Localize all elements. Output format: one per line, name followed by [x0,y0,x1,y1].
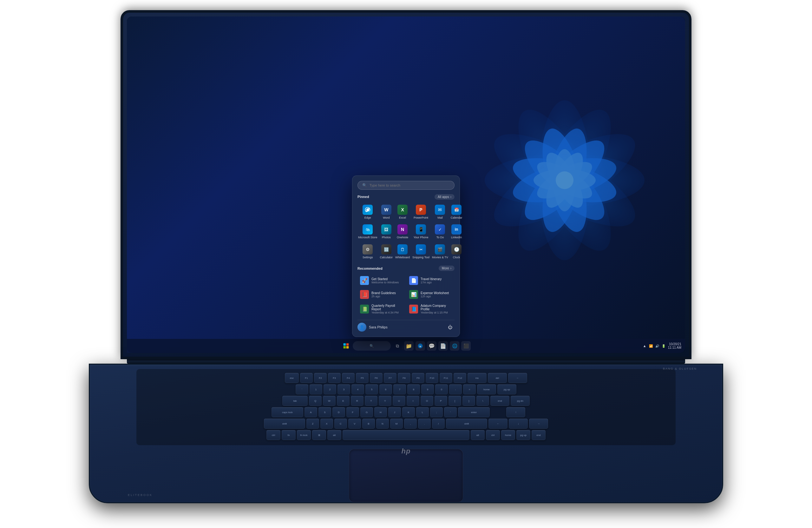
key-up[interactable]: ↑ [506,407,525,417]
key-a[interactable]: A [304,407,317,417]
rec-expense[interactable]: 📊 Expense Worksheet 12h ago [407,288,454,301]
taskbar-notifications[interactable]: ▲ [643,344,647,348]
app-yourphone[interactable]: 📱 Your Phone [412,223,430,241]
app-photos[interactable]: 🖼 Photos [379,223,394,241]
app-todo[interactable]: ✓ To Do [431,223,449,241]
app-store[interactable]: 🛍 Microsoft Store [358,223,378,241]
key-pgdn[interactable]: pg dn [511,396,530,406]
key-space[interactable] [343,430,469,440]
rec-payroll[interactable]: 📗 Quarterly Payroll Report Yesterday at … [358,302,405,316]
key-home-b[interactable]: home [501,430,515,440]
taskbar-search[interactable]: 🔍 [353,341,391,351]
key-b[interactable]: B [362,418,375,429]
key-down[interactable]: ↓ [509,418,528,429]
key-y[interactable]: Y [379,396,391,406]
app-settings[interactable]: ⚙ Settings [358,242,378,261]
taskbar-taskview[interactable]: ⧉ [393,341,402,351]
key-6[interactable]: 6 [379,384,392,395]
key-u[interactable]: U [393,396,405,406]
key-semicolon[interactable]: ; [430,407,443,417]
key-left[interactable]: ← [489,418,508,429]
key-f10[interactable]: F10 [426,373,438,383]
rec-adatum[interactable]: 📘 Adatum Company Profile Yesterday at 1:… [407,302,454,316]
key-backtick[interactable]: ` [295,384,308,395]
key-i[interactable]: I [407,396,419,406]
key-shift-r[interactable]: shift [446,418,487,429]
app-word[interactable]: W Word [379,203,394,222]
app-movies[interactable]: 🎬 Movies & TV [431,242,449,261]
key-f2[interactable]: F2 [314,373,327,383]
key-s[interactable]: S [318,407,331,417]
app-snipping[interactable]: ✂ Snipping Tool [412,242,430,261]
key-d[interactable]: D [332,407,345,417]
key-enter[interactable]: enter [458,407,490,417]
key-4[interactable]: 4 [351,384,364,395]
key-f9[interactable]: F9 [412,373,424,383]
key-f4[interactable]: F4 [342,373,354,383]
app-mail[interactable]: ✉ Mail [431,203,449,222]
taskbar-battery[interactable]: 🔋 [662,344,665,348]
key-esc[interactable]: esc [285,373,299,383]
key-minus[interactable]: - [449,384,462,395]
key-j[interactable]: J [388,407,401,417]
taskbar-terminal[interactable]: ⬛ [461,341,471,351]
key-f5[interactable]: F5 [356,373,368,383]
taskbar-edge[interactable] [416,341,425,351]
app-excel[interactable]: X Excel [395,203,410,222]
taskbar-explorer[interactable]: 📁 [404,341,414,351]
user-info[interactable]: 👤 Sara Philips [358,323,388,332]
taskbar-file[interactable]: 📄 [438,341,448,351]
key-alt-r[interactable]: alt [471,430,485,440]
rec-brand-guidelines[interactable]: 📕 Brand Guidelines 2h ago [358,288,405,301]
app-clock[interactable]: 🕐 Clock [450,242,463,261]
taskbar-start[interactable] [341,341,351,351]
key-z[interactable]: Z [306,418,319,429]
key-end-b[interactable]: end [532,430,546,440]
key-shift-l[interactable]: shift [264,418,305,429]
key-r[interactable]: R [351,396,363,406]
key-pgup[interactable]: pg up [497,384,517,395]
app-calendar[interactable]: 📅 Calendar [450,203,463,222]
key-f3[interactable]: F3 [328,373,340,383]
key-f7[interactable]: F7 [384,373,396,383]
key-f8[interactable]: F8 [398,373,410,383]
key-ins[interactable]: ins [467,373,487,383]
taskbar-volume[interactable]: 🔊 [655,344,659,348]
search-input[interactable] [369,183,450,187]
app-calculator[interactable]: 🔢 Calculator [379,242,394,261]
key-h[interactable]: H [374,407,387,417]
key-m[interactable]: M [390,418,403,429]
key-0[interactable]: 0 [435,384,448,395]
key-e[interactable]: E [337,396,350,406]
key-1[interactable]: 1 [309,384,322,395]
search-bar[interactable]: 🔍 [358,181,454,190]
key-rbracket[interactable]: ] [462,396,475,406]
taskbar-wifi[interactable]: 📶 [649,344,653,348]
key-o[interactable]: O [421,396,433,406]
key-lbracket[interactable]: [ [449,396,461,406]
key-equals[interactable]: = [463,384,476,395]
key-x[interactable]: X [320,418,333,429]
key-backspace[interactable]: ← [508,373,527,383]
rec-travel-itinerary[interactable]: 📄 Travel Itinerary 17m ago [407,274,454,287]
key-t[interactable]: T [365,396,377,406]
key-k[interactable]: K [402,407,415,417]
app-powerpoint[interactable]: P PowerPoint [412,203,430,222]
key-slash[interactable]: / [432,418,445,429]
key-fnlock[interactable]: fn lock [297,430,311,440]
key-backslash[interactable]: \ [476,396,489,406]
key-comma[interactable]: , [404,418,417,429]
app-onenote[interactable]: N OneNote [395,223,410,241]
key-5[interactable]: 5 [365,384,378,395]
key-home[interactable]: home [477,384,496,395]
key-w[interactable]: W [323,396,336,406]
key-f12[interactable]: F12 [453,373,466,383]
taskbar-clock[interactable]: 10/20/21 11:11 AM [668,342,681,349]
key-c[interactable]: C [334,418,347,429]
key-2[interactable]: 2 [323,384,336,395]
key-fn[interactable]: fn [282,430,295,440]
key-3[interactable]: 3 [337,384,350,395]
rec-get-started[interactable]: 🚀 Get Started Welcome to Windows [358,274,405,287]
app-linkedin[interactable]: in LinkedIn [450,223,463,241]
key-win[interactable]: ⊞ [312,430,326,440]
